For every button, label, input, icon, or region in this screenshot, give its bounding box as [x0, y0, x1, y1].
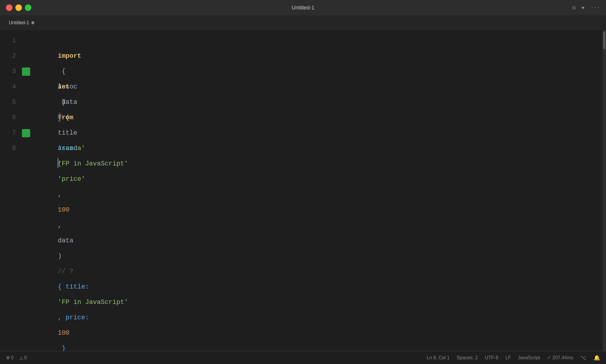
gutter-line-7 — [21, 125, 31, 141]
minimize-button[interactable] — [15, 4, 22, 11]
split-editor-icon[interactable]: ⊟ — [572, 4, 576, 11]
warning-icon: △ — [20, 355, 23, 360]
keyword-import: import — [58, 52, 81, 60]
line-ending[interactable]: LF — [505, 355, 511, 360]
status-left: ⊗ 0 △ 0 — [6, 355, 27, 360]
code-line-2 — [31, 49, 602, 64]
gutter-line-4 — [21, 79, 31, 95]
broadcast-icon[interactable]: ⌥ — [580, 355, 586, 361]
tab-bar: Untitled-1 — [0, 15, 606, 30]
traffic-lights — [6, 4, 31, 11]
error-icon: ⊗ — [6, 355, 10, 360]
encoding[interactable]: UTF-8 — [485, 355, 498, 360]
tab-unsaved-indicator — [31, 21, 34, 24]
code-line-5: } — [31, 95, 602, 110]
breakpoint-indicator-3[interactable] — [22, 67, 30, 76]
error-count[interactable]: ⊗ 0 — [6, 355, 14, 360]
notification-icon[interactable]: 🔔 — [594, 355, 600, 361]
maximize-button[interactable] — [25, 4, 31, 11]
statusbar: ⊗ 0 △ 0 Ln 8, Col 1 Spaces: 2 UTF-8 LF J… — [0, 351, 606, 364]
gutter-line-6 — [21, 110, 31, 125]
code-line-3: let data = { — [31, 64, 602, 79]
timing: ✓ 207.44ms — [547, 355, 573, 360]
indentation[interactable]: Spaces: 2 — [457, 355, 478, 360]
gutter — [21, 30, 31, 351]
text-cursor — [58, 158, 58, 168]
cursor-position[interactable]: Ln 8, Col 1 — [427, 355, 449, 360]
indent-guide — [59, 112, 61, 123]
vertical-scrollbar[interactable] — [602, 30, 606, 351]
titlebar: Untitled-1 ⊟ ● ··· — [0, 0, 606, 15]
warning-count[interactable]: △ 0 — [20, 355, 27, 360]
close-button[interactable] — [6, 4, 12, 11]
window-title: Untitled-1 — [291, 5, 314, 11]
code-line-6 — [31, 110, 602, 125]
code-line-4: title : 'FP in JavaScript' — [31, 79, 602, 95]
code-content[interactable]: import { assoc } from 'ramda' let data =… — [31, 30, 602, 351]
status-right: Ln 8, Col 1 Spaces: 2 UTF-8 LF JavaScrip… — [427, 355, 600, 361]
tab-label: Untitled-1 — [9, 20, 29, 25]
scrollbar-thumb[interactable] — [603, 31, 605, 49]
gutter-line-3 — [21, 64, 31, 79]
dot-icon: ● — [581, 5, 585, 11]
gutter-line-8 — [21, 141, 31, 156]
more-options-icon[interactable]: ··· — [591, 5, 600, 11]
language-mode[interactable]: JavaScript — [518, 355, 540, 360]
code-line-1: import { assoc } from 'ramda' — [31, 33, 602, 49]
editor: 1 2 3 4 5 6 7 8 import { assoc } from — [0, 30, 606, 351]
line-numbers: 1 2 3 4 5 6 7 8 — [0, 30, 21, 351]
gutter-line-2 — [21, 49, 31, 64]
tab-untitled-1[interactable]: Untitled-1 — [5, 18, 38, 28]
gutter-line-5 — [21, 95, 31, 110]
titlebar-actions: ⊟ ● ··· — [572, 4, 600, 11]
breakpoint-indicator-7[interactable] — [22, 129, 30, 137]
code-line-7: assoc ( 'price' , 100 , data ) // ? { ti… — [31, 125, 602, 141]
gutter-line-1 — [21, 33, 31, 49]
code-line-8 — [31, 141, 602, 156]
